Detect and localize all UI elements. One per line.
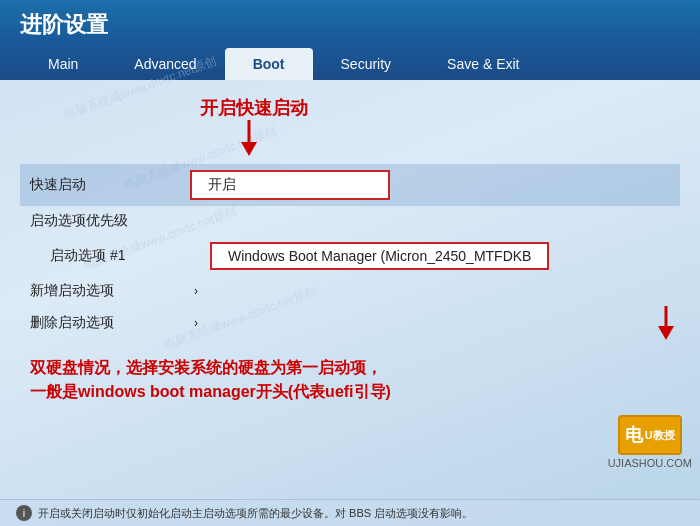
bios-title: 进阶设置	[20, 10, 680, 48]
fast-boot-value: 开启	[190, 170, 670, 200]
tab-save-exit[interactable]: Save & Exit	[419, 48, 547, 80]
bios-header: 进阶设置 Main Advanced Boot Security Save & …	[0, 0, 700, 80]
menu-row-fast-boot[interactable]: 快速启动 开启	[20, 164, 680, 206]
corner-logo-site: UJIASHOU.COM	[608, 457, 692, 469]
add-boot-label: 新增启动选项	[30, 282, 190, 300]
svg-marker-1	[241, 142, 257, 156]
annotation-bottom-line1: 双硬盘情况，选择安装系统的硬盘为第一启动项，	[30, 356, 670, 380]
tab-advanced[interactable]: Advanced	[106, 48, 224, 80]
boot-option-1-value: Windows Boot Manager (Micron_2450_MTFDKB	[210, 242, 670, 270]
down-arrow-icon	[233, 120, 265, 156]
annotation-bottom: 双硬盘情况，选择安装系统的硬盘为第一启动项， 一般是windows boot m…	[20, 350, 680, 410]
tab-main[interactable]: Main	[20, 48, 106, 80]
arrow2-annotation	[652, 306, 680, 340]
corner-logo-icon: 电	[625, 423, 643, 447]
menu-row-boot-priority[interactable]: 启动选项优先级	[20, 206, 680, 236]
tab-boot[interactable]: Boot	[225, 48, 313, 80]
menu-row-delete-boot[interactable]: 删除启动选项 ›	[20, 308, 632, 338]
delete-boot-chevron-icon: ›	[194, 316, 198, 330]
bios-container: 电脑系统城www.dnxtc.net原创 电脑系统城www.dnxtc.net原…	[0, 0, 700, 526]
annotation-top-text: 开启快速启动	[200, 96, 308, 120]
fast-boot-label: 快速启动	[30, 176, 190, 194]
down-arrow-2-icon	[652, 306, 680, 340]
corner-logo-box: 电 U教授	[618, 415, 682, 455]
corner-logo: 电 U教授 UJIASHOU.COM	[608, 415, 692, 469]
fast-boot-value-box: 开启	[190, 170, 390, 200]
menu-section: 快速启动 开启 启动选项优先级 启动选项 #1 Windows Boot Man…	[20, 164, 680, 340]
corner-logo-sub: U教授	[645, 428, 675, 443]
boot-option-1-value-box: Windows Boot Manager (Micron_2450_MTFDKB	[210, 242, 549, 270]
info-bar-text: 开启或关闭启动时仅初始化启动主启动选项所需的最少设备。对 BBS 启动选项没有影…	[38, 506, 473, 521]
bios-content: 开启快速启动 快速启动 开启 启动选项优先级 启动选	[0, 80, 700, 499]
annotation-bottom-line2: 一般是windows boot manager开头(代表uefi引导)	[30, 380, 670, 404]
add-boot-chevron-icon: ›	[194, 284, 198, 298]
svg-marker-3	[658, 326, 674, 340]
boot-priority-label: 启动选项优先级	[30, 212, 190, 230]
menu-row-boot-option-1[interactable]: 启动选项 #1 Windows Boot Manager (Micron_245…	[20, 236, 680, 276]
arrow-annotation: 开启快速启动	[190, 94, 308, 156]
info-bar: i 开启或关闭启动时仅初始化启动主启动选项所需的最少设备。对 BBS 启动选项没…	[0, 499, 700, 526]
tabs-row: Main Advanced Boot Security Save & Exit	[20, 48, 680, 80]
menu-row-add-boot[interactable]: 新增启动选项 ›	[20, 276, 680, 306]
delete-boot-row-container: 删除启动选项 ›	[20, 306, 680, 340]
delete-boot-label: 删除启动选项	[30, 314, 190, 332]
tab-security[interactable]: Security	[313, 48, 420, 80]
info-icon: i	[16, 505, 32, 521]
boot-option-1-label: 启动选项 #1	[50, 247, 210, 265]
annotation-top-area: 开启快速启动	[20, 94, 680, 156]
